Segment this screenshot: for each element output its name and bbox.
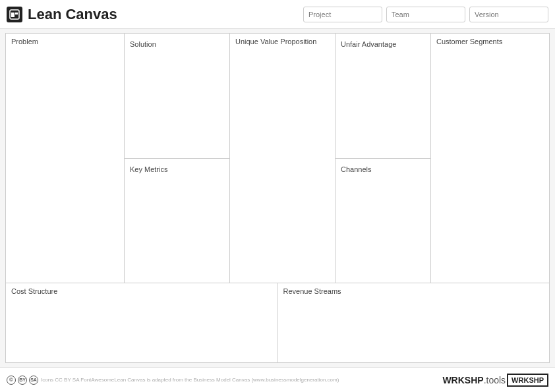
canvas-area: Problem Solution Key Metrics Unique Valu…	[0, 29, 555, 367]
svg-rect-2	[15, 13, 18, 14]
version-input[interactable]	[469, 7, 548, 22]
channels-label: Channels	[341, 165, 371, 173]
key-metrics-label: Key Metrics	[130, 165, 167, 173]
channels-cell: Channels	[336, 159, 430, 283]
bottom-section: Cost Structure Revenue Streams	[6, 283, 549, 362]
unfair-channels-column: Unfair Advantage Channels	[336, 34, 431, 283]
footer-brand: WRKSHP.tools WRKSHP	[442, 374, 548, 387]
key-metrics-cell: Key Metrics	[125, 159, 229, 283]
by-icon: BY	[18, 376, 27, 385]
cost-label: Cost Structure	[11, 287, 272, 295]
footer-left: © BY SA Icons CC BY SA FontAwesome	[7, 376, 114, 385]
logo-icon	[7, 7, 22, 22]
solution-cell: Solution	[125, 34, 229, 159]
solution-metrics-column: Solution Key Metrics	[125, 34, 230, 283]
footer-credit: Lean Canvas is adapted from the Business…	[114, 377, 339, 383]
top-section: Problem Solution Key Metrics Unique Valu…	[6, 34, 549, 283]
canvas-grid: Problem Solution Key Metrics Unique Valu…	[5, 33, 550, 363]
icons-note: Icons CC BY SA FontAwesome	[41, 377, 114, 383]
solution-label: Solution	[130, 40, 156, 48]
problem-cell: Problem	[6, 34, 125, 283]
cc-icon: ©	[7, 376, 16, 385]
app-title: Lean Canvas	[28, 6, 117, 23]
unfair-cell: Unfair Advantage	[336, 34, 430, 159]
sa-icon: SA	[29, 376, 38, 385]
header-fields	[303, 7, 548, 22]
project-input[interactable]	[303, 7, 382, 22]
brand-box: WRKSHP	[507, 374, 548, 387]
team-input[interactable]	[386, 7, 465, 22]
problem-label: Problem	[11, 38, 119, 45]
footer-license-icons: © BY SA	[7, 376, 38, 385]
unfair-label: Unfair Advantage	[341, 40, 396, 48]
cost-cell: Cost Structure	[6, 283, 278, 362]
svg-rect-1	[11, 13, 15, 17]
segments-label: Customer Segments	[436, 38, 544, 45]
header: Lean Canvas	[0, 0, 555, 29]
brand-text: WRKSHP.tools	[442, 375, 506, 385]
uvp-label: Unique Value Proposition	[235, 38, 330, 45]
revenue-cell: Revenue Streams	[278, 283, 550, 362]
footer: © BY SA Icons CC BY SA FontAwesome Lean …	[0, 367, 555, 392]
revenue-label: Revenue Streams	[283, 287, 544, 295]
uvp-cell: Unique Value Proposition	[230, 34, 336, 283]
segments-cell: Customer Segments	[431, 34, 549, 283]
